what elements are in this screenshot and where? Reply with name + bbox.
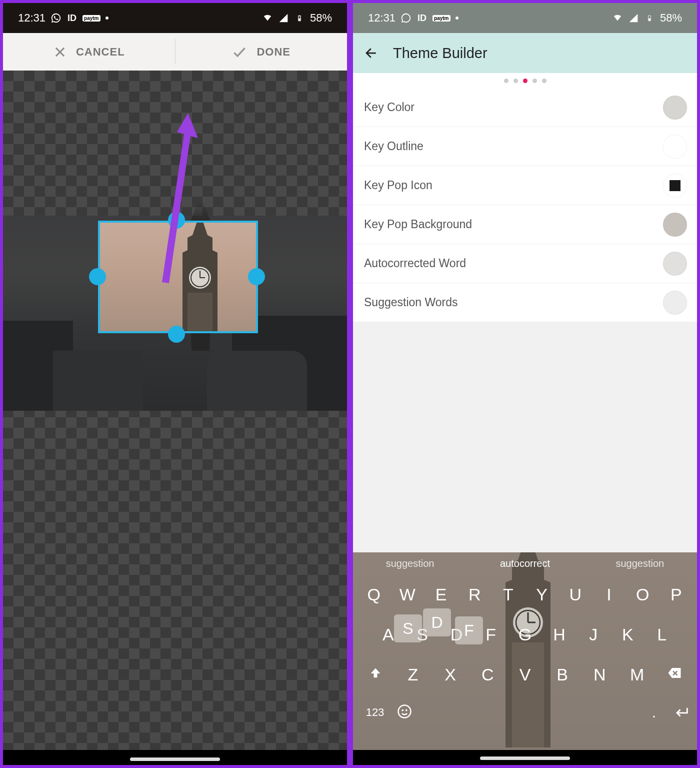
status-bar: 12:31 ID paytm 58% <box>3 3 347 33</box>
shift-key[interactable] <box>357 657 394 692</box>
nav-gesture-bar[interactable] <box>480 756 570 760</box>
nav-gesture-bar[interactable] <box>130 757 220 761</box>
crop-canvas[interactable] <box>3 71 347 750</box>
key-n[interactable]: N <box>581 657 618 692</box>
paytm-icon: paytm <box>82 15 100 22</box>
status-bar: 12:31 ID paytm 58% <box>353 3 697 33</box>
key-y[interactable]: Y <box>525 577 558 612</box>
key-row-3: ZXCVBNM <box>353 654 697 694</box>
key-v[interactable]: V <box>506 657 544 692</box>
crop-handle-bottom[interactable] <box>168 326 185 343</box>
pager-dot-active[interactable] <box>523 79 528 83</box>
setting-row-autocorrected-word[interactable]: Autocorrected Word <box>353 244 697 283</box>
key-e[interactable]: E <box>424 577 458 612</box>
emoji-icon <box>397 704 412 719</box>
cancel-button[interactable]: CANCEL <box>3 33 175 71</box>
pager-dot[interactable] <box>532 79 537 83</box>
setting-row-key-outline[interactable]: Key Outline <box>353 127 697 166</box>
key-b[interactable]: B <box>544 657 581 692</box>
battery-percent: 58% <box>660 12 682 25</box>
suggestion-center[interactable]: autocorrect <box>500 558 550 569</box>
key-i[interactable]: I <box>592 577 626 612</box>
suggestion-left[interactable]: suggestion <box>386 558 434 569</box>
crop-editor-screen: 12:31 ID paytm 58% CANCEL <box>0 0 350 768</box>
emoji-key[interactable] <box>397 704 412 721</box>
whatsapp-icon <box>50 13 62 24</box>
crop-action-bar: CANCEL DONE <box>3 33 347 71</box>
setting-label: Key Pop Icon <box>364 179 432 192</box>
done-label: DONE <box>256 46 290 59</box>
backspace-icon <box>667 665 682 680</box>
app-header: Theme Builder <box>353 33 697 73</box>
back-arrow-icon[interactable] <box>364 46 379 61</box>
key-c[interactable]: C <box>469 657 506 692</box>
period-key[interactable]: . <box>652 704 656 721</box>
setting-label: Suggestion Words <box>364 296 458 309</box>
crop-handle-left[interactable] <box>89 268 106 285</box>
page-title: Theme Builder <box>393 45 488 62</box>
setting-label: Key Color <box>364 101 414 114</box>
key-p[interactable]: P <box>660 577 693 612</box>
pager-dot[interactable] <box>542 79 546 83</box>
key-k[interactable]: K <box>610 617 644 652</box>
key-pop: S <box>394 614 422 642</box>
color-swatch[interactable] <box>663 96 687 120</box>
setting-row-suggestion-words[interactable]: Suggestion Words <box>353 283 697 322</box>
battery-icon <box>294 13 305 24</box>
theme-builder-screen: 12:31 ID paytm 58% Theme Builder Key <box>350 0 700 768</box>
battery-icon <box>644 13 655 24</box>
enter-key[interactable] <box>673 703 690 722</box>
color-swatch[interactable] <box>663 213 687 237</box>
backspace-key[interactable] <box>656 657 693 692</box>
setting-label: Autocorrected Word <box>364 257 466 270</box>
key-m[interactable]: M <box>618 657 656 692</box>
setting-row-key-color[interactable]: Key Color <box>353 88 697 127</box>
more-notifications-dot <box>106 17 108 20</box>
nav-bar-area <box>353 750 697 765</box>
setting-label: Key Pop Background <box>364 218 472 231</box>
color-swatch[interactable] <box>663 174 687 198</box>
color-swatch[interactable] <box>663 291 687 315</box>
key-pop: F <box>455 616 483 644</box>
key-x[interactable]: X <box>432 657 469 692</box>
svg-point-15 <box>406 709 408 711</box>
battery-percent: 58% <box>310 12 332 25</box>
setting-row-key-pop-background[interactable]: Key Pop Background <box>353 205 697 244</box>
paytm-icon: paytm <box>432 15 450 22</box>
key-g[interactable]: G <box>508 617 542 652</box>
settings-list: Key ColorKey OutlineKey Pop IconKey Pop … <box>353 88 697 322</box>
svg-point-13 <box>398 705 411 718</box>
key-j[interactable]: J <box>576 617 610 652</box>
svg-point-14 <box>402 709 404 711</box>
status-time: 12:31 <box>368 12 396 25</box>
whatsapp-icon <box>400 13 412 24</box>
svg-marker-6 <box>162 113 198 283</box>
cancel-label: CANCEL <box>76 46 125 59</box>
key-h[interactable]: H <box>542 617 576 652</box>
crop-handle-right[interactable] <box>248 268 265 285</box>
key-r[interactable]: R <box>458 577 492 612</box>
wifi-icon <box>612 13 623 24</box>
color-swatch[interactable] <box>663 252 687 276</box>
key-u[interactable]: U <box>558 577 592 612</box>
key-t[interactable]: T <box>492 577 525 612</box>
key-l[interactable]: L <box>645 617 679 652</box>
numeric-key[interactable]: 123 <box>360 706 390 719</box>
key-q[interactable]: Q <box>357 577 390 612</box>
suggestion-right[interactable]: suggestion <box>616 558 664 569</box>
pager-dot[interactable] <box>514 79 518 83</box>
shift-icon <box>368 666 382 680</box>
color-swatch[interactable] <box>663 135 687 159</box>
setting-row-key-pop-icon[interactable]: Key Pop Icon <box>353 166 697 205</box>
key-w[interactable]: W <box>390 577 424 612</box>
key-z[interactable]: Z <box>394 657 432 692</box>
done-button[interactable]: DONE <box>176 33 348 71</box>
more-notifications-dot <box>456 17 458 20</box>
page-indicator <box>353 73 697 88</box>
signal-icon <box>278 13 289 24</box>
key-pop: D <box>423 608 451 636</box>
key-o[interactable]: O <box>626 577 660 612</box>
id-icon: ID <box>66 13 78 24</box>
pager-dot[interactable] <box>504 79 508 83</box>
key-row-bottom: 123 . <box>353 694 697 730</box>
